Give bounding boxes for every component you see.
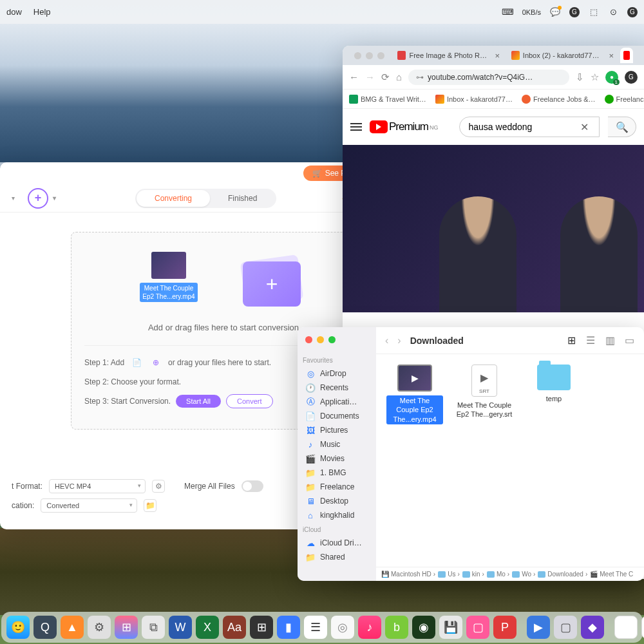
back-icon[interactable]: ←	[349, 71, 359, 82]
extension-icon-1[interactable]: ●1	[605, 71, 618, 84]
close-icon[interactable]: ×	[495, 51, 500, 61]
path-seg-1[interactable]: Us›	[438, 571, 460, 578]
dock-finder[interactable]: 🙂	[6, 616, 30, 639]
list-view-icon[interactable]: ☰	[585, 336, 596, 345]
tab-finished[interactable]: Finished	[210, 190, 275, 207]
forward-icon[interactable]: ›	[397, 335, 401, 346]
sidebar-applications[interactable]: ⒶApplicati…	[303, 395, 371, 409]
add-file-button[interactable]: +	[28, 188, 48, 209]
play-icon[interactable]: ⊙	[608, 7, 618, 17]
sidebar-recents[interactable]: 🕐Recents	[303, 381, 371, 395]
clear-icon[interactable]: ✕	[580, 121, 589, 133]
dock-app-blue[interactable]: ▮	[277, 616, 300, 639]
sidebar-icloud-drive[interactable]: ☁iCloud Dri…	[303, 536, 371, 550]
bookmark-3[interactable]: Freelance Jobs &…	[522, 95, 596, 104]
dock-recent-2[interactable]	[641, 616, 644, 639]
browser-tab-2[interactable]: Inbox (2) - kakarotd777@… ×	[506, 48, 619, 64]
add-doc-icon[interactable]: 📄	[129, 355, 144, 370]
dock-launchpad[interactable]: ⊞	[115, 616, 138, 639]
keyboard-icon[interactable]: ⌨	[503, 7, 513, 17]
minimize-window-icon[interactable]	[317, 336, 324, 343]
finder-content[interactable]: Meet The Couple Ep2 The...ery.mp4 SRT Me…	[376, 354, 644, 567]
format-select[interactable]: HEVC MP4	[49, 479, 146, 493]
forward-icon[interactable]: →	[365, 71, 375, 82]
sidebar-airdrop[interactable]: ◎AirDrop	[303, 366, 371, 381]
dock-dictionary[interactable]: Aa	[223, 616, 246, 639]
path-seg-5[interactable]: Downloaded›	[538, 571, 587, 578]
sidebar-home[interactable]: ⌂kingkhalid	[303, 508, 371, 522]
star-icon[interactable]: ☆	[591, 71, 599, 83]
open-folder-icon[interactable]: 📁	[144, 499, 156, 512]
file-srt[interactable]: SRT Meet The Couple Ep2 The...gery.srt	[456, 365, 513, 419]
dock-app-pink[interactable]: ▢	[466, 616, 489, 639]
sidebar-movies[interactable]: 🎬Movies	[303, 451, 371, 466]
tab-converting[interactable]: Converting	[137, 190, 210, 207]
close-icon[interactable]: ×	[609, 51, 614, 61]
bookmark-4[interactable]: Freelanc	[605, 95, 644, 104]
youtube-logo[interactable]: Premium NG	[370, 120, 439, 133]
sidebar-documents[interactable]: 📄Documents	[303, 409, 371, 423]
menu-help[interactable]: Help	[33, 7, 51, 17]
menu-window[interactable]: dow	[6, 7, 22, 17]
grammarly-icon[interactable]: G	[569, 7, 580, 17]
sidebar-desktop[interactable]: 🖥Desktop	[303, 494, 371, 508]
dock-screenshot[interactable]: ⧉	[142, 616, 165, 639]
path-seg-6[interactable]: 🎬Meet The C	[590, 571, 633, 578]
window-controls[interactable]	[348, 52, 391, 59]
dock-app-white[interactable]: ◎	[331, 616, 354, 639]
dock-calculator[interactable]: ⊞	[250, 616, 273, 639]
reload-icon[interactable]: ⟳	[381, 71, 390, 83]
path-seg-3[interactable]: Mo›	[487, 571, 509, 578]
video-player[interactable]	[343, 145, 644, 312]
home-icon[interactable]: ⌂	[396, 71, 402, 82]
dock-vlc[interactable]: ▲	[61, 616, 84, 639]
sidebar-pictures[interactable]: 🖼Pictures	[303, 423, 371, 437]
bookmark-2[interactable]: Inbox - kakarotd77…	[435, 95, 513, 104]
install-icon[interactable]: ⇩	[576, 71, 584, 83]
icon-view-icon[interactable]: ⊞	[565, 336, 577, 345]
file-video[interactable]: Meet The Couple Ep2 The...ery.mp4	[386, 365, 443, 424]
queued-file[interactable]: Meet The Couple Ep2 The...ery.mp4	[140, 252, 198, 302]
start-all-button[interactable]: Start All	[176, 395, 221, 408]
add-circle-icon[interactable]: ⊕	[149, 355, 163, 370]
extension-icon-2[interactable]: G	[625, 71, 638, 84]
merge-toggle[interactable]	[242, 480, 263, 492]
dock-word[interactable]: W	[169, 616, 192, 639]
dock-running-3[interactable]: ◆	[581, 616, 604, 639]
sidebar-bmg[interactable]: 📁1. BMG	[303, 466, 371, 480]
finder-window-controls[interactable]	[305, 336, 336, 343]
path-seg-4[interactable]: Wo›	[512, 571, 535, 578]
dock-running-2[interactable]: ▢	[554, 616, 577, 639]
column-view-icon[interactable]: ▥	[604, 336, 616, 345]
dock-music[interactable]: ♪	[358, 616, 381, 639]
gallery-view-icon[interactable]: ▭	[623, 336, 635, 345]
location-select[interactable]: Converted	[41, 498, 137, 513]
notification-icon[interactable]: 💬	[550, 7, 560, 17]
dock-app-green2[interactable]: ◉	[412, 616, 435, 639]
tray-icon-1[interactable]: ⬚	[589, 7, 599, 17]
file-folder-temp[interactable]: temp	[526, 365, 582, 403]
dock-running-1[interactable]: ▶	[527, 616, 550, 639]
dock-reminders[interactable]: ☰	[304, 616, 327, 639]
dock-excel[interactable]: X	[196, 616, 219, 639]
dock-quicktime[interactable]: Q	[33, 616, 57, 639]
path-seg-2[interactable]: kin›	[462, 571, 484, 578]
dock-diskutil[interactable]: 💾	[439, 616, 462, 639]
path-seg-0[interactable]: 💾Macintosh HD›	[381, 571, 435, 578]
browser-tab-1[interactable]: Free Image & Photo Resiz ×	[392, 48, 505, 64]
settings-icon[interactable]: ⚙	[152, 480, 165, 493]
url-input[interactable]: ⊶ youtube.com/watch?v=Q4iG…	[408, 70, 569, 85]
search-button[interactable]: 🔍	[608, 117, 636, 137]
back-icon[interactable]: ‹	[385, 335, 388, 346]
sidebar-shared[interactable]: 📁Shared	[303, 550, 371, 564]
sidebar-music[interactable]: ♪Music	[303, 437, 371, 451]
dock-app-red[interactable]: P	[493, 616, 516, 639]
hamburger-icon[interactable]	[350, 123, 362, 131]
search-input[interactable]	[459, 117, 600, 137]
convert-button[interactable]: Convert	[226, 394, 273, 408]
maximize-window-icon[interactable]	[328, 336, 336, 343]
tray-icon-2[interactable]: G	[627, 7, 638, 17]
site-settings-icon[interactable]: ⊶	[416, 73, 424, 82]
toolbar-dropdown-1[interactable]: ▾	[12, 194, 15, 202]
dock-settings[interactable]: ⚙	[88, 616, 111, 639]
